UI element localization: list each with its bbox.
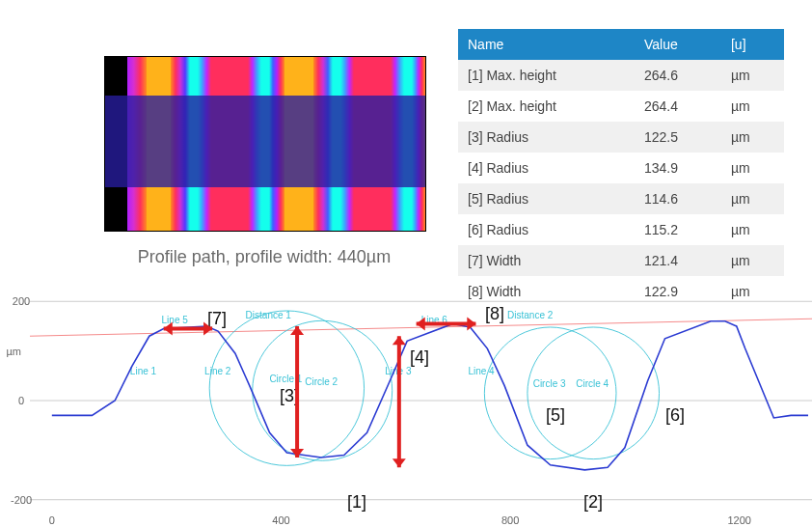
fit-label: Distance 1 xyxy=(246,310,292,320)
cell-unit: µm xyxy=(721,214,784,245)
table-row: [3] Radius122.5µm xyxy=(458,122,784,153)
table-row: [4] Radius134.9µm xyxy=(458,153,784,183)
annotation-label: [5] xyxy=(546,405,565,425)
fit-circle xyxy=(484,327,616,459)
cell-name: [3] Radius xyxy=(458,122,635,153)
annotation-label: [8] xyxy=(485,304,504,323)
cell-name: [4] Radius xyxy=(458,153,635,183)
y-tick-label: -200 xyxy=(11,494,32,506)
fit-label: Line 2 xyxy=(204,366,231,376)
table-row: [6] Radius115.2µm xyxy=(458,214,784,245)
cell-unit: µm xyxy=(721,122,784,153)
cell-value: 264.6 xyxy=(635,60,721,91)
table-header-row: Name Value [u] xyxy=(458,29,784,60)
x-tick-label: 800 xyxy=(501,514,519,526)
fit-circle xyxy=(253,320,392,460)
cell-value: 115.2 xyxy=(635,214,721,245)
column-header-value: Value xyxy=(635,29,721,60)
annotation-label: [6] xyxy=(665,405,685,425)
cell-name: [7] Width xyxy=(458,245,635,276)
table-row: [7] Width121.4µm xyxy=(458,245,784,276)
cell-value: 114.6 xyxy=(635,183,721,214)
profile-chart: -2000200µm04008001200Line 1Line 2Line 3L… xyxy=(0,286,812,527)
annotation-label: [2] xyxy=(583,492,603,512)
cell-name: [1] Max. height xyxy=(458,60,635,91)
results-table: Name Value [u] [1] Max. height264.6µm[2]… xyxy=(458,29,784,307)
y-tick-label: 0 xyxy=(18,395,24,406)
table-row: [2] Max. height264.4µm xyxy=(458,91,784,122)
arrow-head-icon xyxy=(392,458,406,467)
column-header-unit: [u] xyxy=(721,29,784,60)
cell-unit: µm xyxy=(721,60,784,91)
fit-label: Circle 3 xyxy=(533,378,566,389)
annotation-label: [7] xyxy=(207,309,227,328)
cell-value: 121.4 xyxy=(635,245,721,276)
annotation-label: [4] xyxy=(410,347,429,367)
y-tick-label: 200 xyxy=(13,295,30,307)
x-tick-label: 1200 xyxy=(727,514,750,526)
cell-name: [2] Max. height xyxy=(458,91,635,122)
heightmap-image xyxy=(104,56,426,232)
fit-label: Line 5 xyxy=(162,315,189,325)
fit-label: Line 4 xyxy=(468,366,495,376)
cell-unit: µm xyxy=(721,183,784,214)
cell-value: 122.5 xyxy=(635,122,721,153)
x-tick-label: 0 xyxy=(49,514,55,526)
heightmap-caption: Profile path, profile width: 440µm xyxy=(104,247,424,267)
cell-name: [5] Radius xyxy=(458,183,635,214)
y-axis-unit: µm xyxy=(6,346,21,357)
cell-value: 264.4 xyxy=(635,91,721,122)
table-row: [5] Radius114.6µm xyxy=(458,183,784,214)
fit-label: Line 1 xyxy=(130,366,157,376)
table-row: [1] Max. height264.6µm xyxy=(458,60,784,91)
x-tick-label: 400 xyxy=(272,514,289,526)
fit-label: Circle 4 xyxy=(576,378,609,389)
cell-unit: µm xyxy=(721,153,784,183)
annotation-label: [1] xyxy=(347,492,366,512)
profile-curve xyxy=(52,321,808,470)
cell-unit: µm xyxy=(721,245,784,276)
arrow-head-icon xyxy=(392,336,406,345)
cell-unit: µm xyxy=(721,91,784,122)
fit-label: Distance 2 xyxy=(507,310,554,320)
column-header-name: Name xyxy=(458,29,635,60)
cell-value: 134.9 xyxy=(635,153,721,183)
fit-label: Circle 2 xyxy=(305,376,338,387)
cell-name: [6] Radius xyxy=(458,214,635,245)
fit-circle xyxy=(528,327,660,459)
